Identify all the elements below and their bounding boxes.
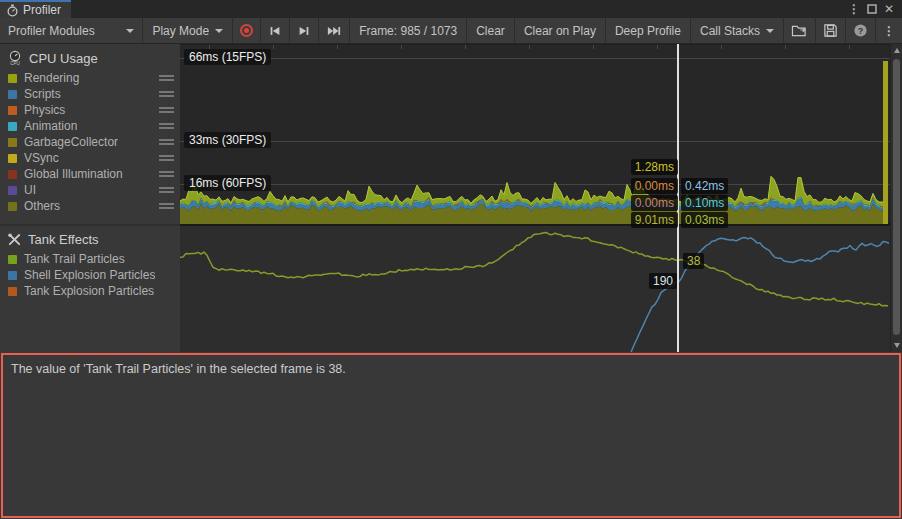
legend-item-label: UI (24, 183, 36, 197)
help-icon: ? (853, 23, 868, 38)
play-mode-dropdown[interactable]: Play Mode (143, 18, 233, 43)
kebab-menu-icon: ⋮ (883, 24, 895, 38)
charts-area: 66ms (15FPS)33ms (30FPS)16ms (60FPS) 381… (180, 44, 890, 352)
tools-icon (7, 232, 22, 247)
drag-handle-icon[interactable] (159, 137, 174, 148)
selected-frame-value: 9.01ms (631, 212, 678, 228)
last-frame-button[interactable] (319, 18, 350, 43)
drag-handle-icon[interactable] (159, 169, 174, 180)
frame-counter: Frame: 985 / 1073 (350, 18, 467, 43)
module-sidebar: CPU CPU Usage RenderingScriptsPhysicsAni… (0, 44, 180, 352)
stopwatch-icon (6, 4, 19, 17)
legend-item[interactable]: Tank Trail Particles (0, 251, 180, 267)
scroll-down-icon[interactable] (891, 339, 902, 351)
chevron-down-icon (126, 29, 134, 37)
module-title: CPU Usage (29, 51, 98, 66)
toolbar: Profiler Modules Play Mode Frame: 985 / … (0, 18, 902, 44)
series-color-swatch (8, 202, 17, 211)
selected-frame-value: 0.42ms (681, 178, 728, 194)
save-profile-button[interactable] (816, 18, 846, 43)
legend-item-label: Animation (24, 119, 77, 133)
legend-item[interactable]: Physics (0, 102, 180, 118)
legend-item[interactable]: VSync (0, 150, 180, 166)
legend-item-label: Shell Explosion Particles (24, 268, 155, 282)
titlebar: Profiler ⋮ ✕ (0, 0, 902, 18)
cpu-usage-module: CPU CPU Usage RenderingScriptsPhysicsAni… (0, 44, 180, 224)
cpu-usage-module-header[interactable]: CPU CPU Usage (0, 44, 180, 70)
scrollbar-thumb[interactable] (893, 59, 900, 335)
legend-item[interactable]: Others (0, 198, 180, 214)
selected-frame-value: 0.10ms (681, 195, 728, 211)
load-profile-button[interactable] (784, 18, 816, 43)
series-color-swatch (8, 74, 17, 83)
record-button[interactable] (233, 18, 261, 43)
series-color-swatch (8, 106, 17, 115)
legend-item-label: Rendering (24, 71, 79, 85)
profiler-modules-dropdown[interactable]: Profiler Modules (0, 18, 143, 43)
selected-frame-value: 1.28ms (631, 159, 678, 175)
legend-item-label: Global Illumination (24, 167, 123, 181)
svg-text:CPU: CPU (10, 61, 20, 66)
drag-handle-icon[interactable] (159, 105, 174, 116)
main-area: CPU CPU Usage RenderingScriptsPhysicsAni… (0, 44, 902, 352)
series-color-swatch (8, 90, 17, 99)
deep-profile-button[interactable]: Deep Profile (606, 18, 691, 43)
charts-scrollbar[interactable] (890, 44, 902, 352)
legend-item[interactable]: Global Illumination (0, 166, 180, 182)
legend-item-label: GarbageCollector (24, 135, 118, 149)
clear-button[interactable]: Clear (467, 18, 515, 43)
cpu-icon: CPU (7, 50, 23, 66)
scroll-up-icon[interactable] (891, 45, 902, 57)
save-icon (823, 23, 838, 38)
series-color-swatch (8, 186, 17, 195)
drag-handle-icon[interactable] (159, 185, 174, 196)
profiler-window: Profiler ⋮ ✕ Profiler Modules Play Mode … (0, 0, 902, 519)
next-frame-button[interactable] (290, 18, 319, 43)
tank-effects-chart[interactable]: 38190 (180, 226, 890, 352)
legend-item[interactable]: Rendering (0, 70, 180, 86)
tank-effects-module-header[interactable]: Tank Effects (0, 226, 180, 251)
series-color-swatch (8, 255, 17, 264)
open-folder-icon (791, 23, 808, 38)
selected-frame-value: 38 (683, 253, 704, 269)
maximize-icon[interactable] (867, 4, 877, 14)
window-menu-icon[interactable]: ⋮ (848, 3, 860, 15)
legend-item-label: Others (24, 199, 60, 213)
gridline-label: 66ms (15FPS) (184, 49, 271, 65)
step-forward-icon (297, 24, 311, 38)
legend-item[interactable]: UI (0, 182, 180, 198)
chevron-down-icon (766, 29, 774, 37)
legend-item-label: VSync (24, 151, 59, 165)
drag-handle-icon[interactable] (159, 121, 174, 132)
drag-handle-icon[interactable] (159, 201, 174, 212)
legend-item-label: Tank Trail Particles (24, 252, 125, 266)
tab-profiler[interactable]: Profiler (0, 0, 71, 18)
legend-item[interactable]: GarbageCollector (0, 134, 180, 150)
call-stacks-dropdown[interactable]: Call Stacks (691, 18, 784, 43)
legend-item[interactable]: Tank Explosion Particles (0, 283, 180, 299)
skip-back-icon (268, 24, 282, 38)
details-panel: The value of 'Tank Trail Particles' in t… (1, 353, 901, 518)
series-color-swatch (8, 170, 17, 179)
tab-title: Profiler (23, 3, 61, 17)
series-color-swatch (8, 271, 17, 280)
clear-on-play-button[interactable]: Clear on Play (515, 18, 606, 43)
drag-handle-icon[interactable] (159, 153, 174, 164)
close-icon[interactable]: ✕ (884, 3, 894, 15)
toolbar-menu-button[interactable]: ⋮ (876, 18, 902, 43)
legend-item[interactable]: Shell Explosion Particles (0, 267, 180, 283)
selected-frame-value: 190 (649, 273, 677, 289)
help-button[interactable]: ? (846, 18, 876, 43)
details-message: The value of 'Tank Trail Particles' in t… (11, 362, 346, 376)
legend-item[interactable]: Scripts (0, 86, 180, 102)
legend-item-label: Tank Explosion Particles (24, 284, 154, 298)
gridline-label: 33ms (30FPS) (184, 132, 271, 148)
prev-frame-button[interactable] (261, 18, 290, 43)
tank-effects-module: Tank Effects Tank Trail ParticlesShell E… (0, 224, 180, 352)
cpu-usage-chart[interactable]: 66ms (15FPS)33ms (30FPS)16ms (60FPS) (180, 44, 890, 223)
series-color-swatch (8, 138, 17, 147)
legend-item[interactable]: Animation (0, 118, 180, 134)
selected-frame-value: 0.00ms (631, 178, 678, 194)
drag-handle-icon[interactable] (159, 89, 174, 100)
drag-handle-icon[interactable] (159, 73, 174, 84)
